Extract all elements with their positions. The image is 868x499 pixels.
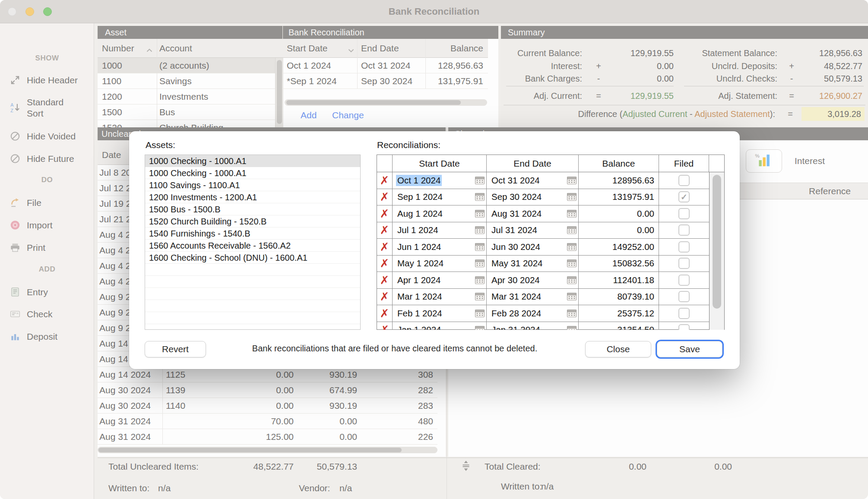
start-date-cell[interactable]: Jan 1 2024 xyxy=(393,322,487,330)
calendar-icon[interactable] xyxy=(475,243,485,251)
calendar-icon[interactable] xyxy=(475,193,485,201)
checkmark-icon: ✓ xyxy=(681,192,687,202)
filed-cell: ✓ xyxy=(659,239,709,255)
end-date-cell[interactable]: Jan 31 2024 xyxy=(487,322,579,330)
balance-cell[interactable]: 31354.50 xyxy=(579,322,659,330)
balance-cell[interactable]: 0.00 xyxy=(579,205,659,222)
start-date-cell[interactable]: Apr 1 2024 xyxy=(393,272,487,288)
delete-x-icon: ✗ xyxy=(380,324,390,330)
end-date-cell[interactable]: Oct 31 2024 xyxy=(487,172,579,189)
balance-cell[interactable]: 150832.56 xyxy=(579,256,659,272)
calendar-icon[interactable] xyxy=(567,226,577,234)
asset-list-item[interactable]: 1000 Checking - 1000.A1 xyxy=(145,167,360,179)
end-date-cell[interactable]: Jun 30 2024 xyxy=(487,239,579,255)
balance-cell[interactable]: 149252.00 xyxy=(579,239,659,255)
delete-row-button[interactable]: ✗ xyxy=(377,256,393,272)
asset-list-item[interactable]: 1200 Investments - 1200.A1 xyxy=(145,191,360,203)
close-button[interactable]: Close xyxy=(585,341,651,357)
start-date-cell[interactable]: Jul 1 2024 xyxy=(393,222,487,239)
calendar-icon[interactable] xyxy=(475,226,485,234)
delete-row-button[interactable]: ✗ xyxy=(377,289,393,305)
delete-row-button[interactable]: ✗ xyxy=(377,222,393,239)
filed-checkbox[interactable]: ✓ xyxy=(678,191,690,202)
filed-checkbox[interactable]: ✓ xyxy=(678,241,690,253)
calendar-icon[interactable] xyxy=(475,293,485,301)
calendar-icon[interactable] xyxy=(567,243,577,251)
end-date-cell[interactable]: Aug 31 2024 xyxy=(487,205,579,222)
calendar-icon[interactable] xyxy=(567,193,577,201)
start-date-cell[interactable]: Oct 1 2024 xyxy=(393,172,487,189)
save-button[interactable]: Save xyxy=(657,341,722,357)
calendar-icon[interactable] xyxy=(567,209,577,218)
asset-list-item[interactable]: 1100 Savings - 1100.A1 xyxy=(145,179,360,191)
filed-cell: ✓ xyxy=(659,305,709,322)
reconciliations-dialog: Assets: 1000 Checking - 1000.A11000 Chec… xyxy=(129,131,740,369)
filed-checkbox[interactable]: ✓ xyxy=(678,291,690,302)
scrollbar-thumb[interactable] xyxy=(713,175,721,309)
filed-cell: ✓ xyxy=(659,322,709,330)
asset-list-item[interactable]: 1560 Accounts Receivable - 1560.A2 xyxy=(145,240,360,252)
end-date-cell[interactable]: Jul 31 2024 xyxy=(487,222,579,239)
end-date-cell[interactable]: Sep 30 2024 xyxy=(487,189,579,205)
filed-column-header: Filed xyxy=(659,155,709,172)
asset-list-item[interactable]: 1000 Checking - 1000.A1 xyxy=(145,155,360,167)
calendar-icon[interactable] xyxy=(475,259,485,268)
calendar-icon[interactable] xyxy=(475,326,485,330)
delete-row-button[interactable]: ✗ xyxy=(377,205,393,222)
delete-row-button[interactable]: ✗ xyxy=(377,305,393,322)
delete-x-icon: ✗ xyxy=(380,275,390,286)
filed-checkbox[interactable]: ✓ xyxy=(678,308,690,319)
assets-label: Assets: xyxy=(146,140,175,150)
asset-list-item[interactable]: 1500 Bus - 1500.B xyxy=(145,203,360,215)
app-window: Bank Reconciliation SHOW Hide Header AZ … xyxy=(0,0,868,499)
calendar-icon[interactable] xyxy=(475,276,485,284)
balance-cell[interactable]: 112401.18 xyxy=(579,272,659,288)
calendar-icon[interactable] xyxy=(475,209,485,218)
start-date-cell[interactable]: Feb 1 2024 xyxy=(393,305,487,322)
delete-row-button[interactable]: ✗ xyxy=(377,272,393,288)
start-date-cell[interactable]: Aug 1 2024 xyxy=(393,205,487,222)
filed-checkbox[interactable]: ✓ xyxy=(678,324,690,330)
start-date-cell[interactable]: Sep 1 2024 xyxy=(393,189,487,205)
calendar-icon[interactable] xyxy=(475,309,485,317)
reconciliation-row: ✗ Apr 1 2024 Apr 30 2024 112401.18 ✓ xyxy=(377,272,709,289)
calendar-icon[interactable] xyxy=(567,309,577,317)
balance-cell[interactable]: 131975.91 xyxy=(579,189,659,205)
balance-cell[interactable]: 128956.63 xyxy=(579,172,659,189)
delete-row-button[interactable]: ✗ xyxy=(377,189,393,205)
asset-list-item[interactable]: 1520 Church Building - 1520.B xyxy=(145,215,360,227)
delete-row-button[interactable]: ✗ xyxy=(377,239,393,255)
calendar-icon[interactable] xyxy=(567,326,577,330)
filed-checkbox[interactable]: ✓ xyxy=(678,275,690,286)
asset-list-item[interactable]: 1600 Checking - School (DNU) - 1600.A1 xyxy=(145,252,360,264)
end-date-cell[interactable]: Apr 30 2024 xyxy=(487,272,579,288)
calendar-icon[interactable] xyxy=(475,176,485,184)
balance-cell[interactable]: 80739.10 xyxy=(579,289,659,305)
calendar-icon[interactable] xyxy=(567,259,577,268)
calendar-icon[interactable] xyxy=(567,293,577,301)
start-date-cell[interactable]: May 1 2024 xyxy=(393,256,487,272)
asset-list-item[interactable]: 1540 Furnishings - 1540.B xyxy=(145,227,360,240)
filed-checkbox[interactable]: ✓ xyxy=(678,258,690,269)
filed-checkbox[interactable]: ✓ xyxy=(678,224,690,236)
end-date-cell[interactable]: Mar 31 2024 xyxy=(487,289,579,305)
dialog-vertical-scrollbar[interactable] xyxy=(709,172,724,330)
delete-x-icon: ✗ xyxy=(380,308,390,319)
delete-row-button[interactable]: ✗ xyxy=(377,322,393,330)
end-date-cell[interactable]: Feb 28 2024 xyxy=(487,305,579,322)
filed-cell: ✓ xyxy=(659,272,709,288)
revert-button[interactable]: Revert xyxy=(145,341,206,357)
start-date-cell[interactable]: Jun 1 2024 xyxy=(393,239,487,255)
start-date-cell[interactable]: Mar 1 2024 xyxy=(393,289,487,305)
reconciliation-row: ✗ Feb 1 2024 Feb 28 2024 25375.12 ✓ xyxy=(377,305,709,322)
balance-cell[interactable]: 0.00 xyxy=(579,222,659,239)
balance-cell[interactable]: 25375.12 xyxy=(579,305,659,322)
calendar-icon[interactable] xyxy=(567,176,577,184)
delete-x-icon: ✗ xyxy=(380,241,390,253)
filed-checkbox[interactable]: ✓ xyxy=(678,208,690,219)
calendar-icon[interactable] xyxy=(567,276,577,284)
end-date-cell[interactable]: May 31 2024 xyxy=(487,256,579,272)
filed-checkbox[interactable]: ✓ xyxy=(678,175,690,186)
delete-x-icon: ✗ xyxy=(380,175,390,186)
delete-row-button[interactable]: ✗ xyxy=(377,172,393,189)
